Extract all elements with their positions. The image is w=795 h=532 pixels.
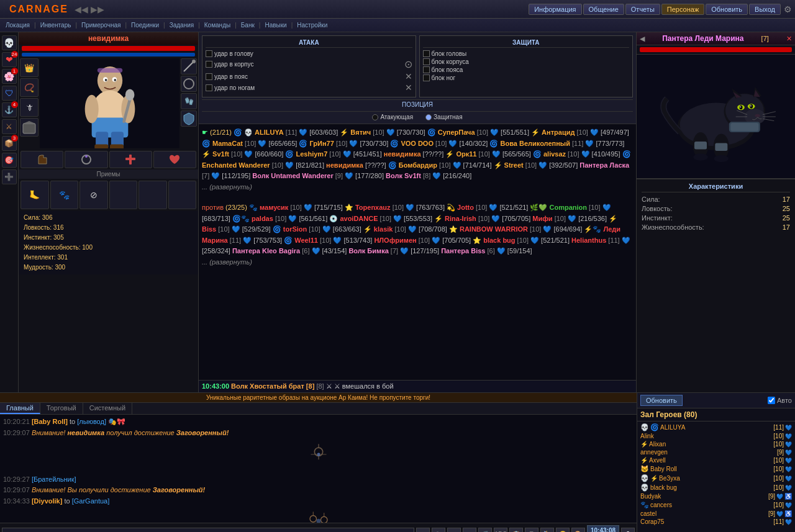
- hero-item-budyak[interactable]: Budyak [9] 💙 ♿: [638, 492, 794, 500]
- player-sv1ft[interactable]: Sv1ft: [212, 150, 229, 158]
- position-defense-radio[interactable]: [425, 114, 432, 120]
- position-attack-radio[interactable]: [372, 114, 378, 120]
- player-vyach[interactable]: Вятич: [350, 128, 371, 136]
- side-icon-7[interactable]: 📦 3: [2, 136, 17, 151]
- expand-against-btn[interactable]: ... (развернуть): [202, 257, 633, 268]
- hero-item-annevgen[interactable]: annevgen [9] 💙: [638, 448, 794, 456]
- player-weel[interactable]: Weel11: [294, 237, 318, 244]
- side-icon-9[interactable]: ➕: [2, 169, 17, 184]
- hero-item-alink[interactable]: Alink [10] 💙: [638, 432, 794, 440]
- hero-item-alixan[interactable]: ⚡ Alixan [10] 💙: [638, 440, 794, 448]
- nav-settings[interactable]: Настройки: [294, 22, 330, 29]
- player-mamacat[interactable]: MamaCat: [212, 140, 243, 147]
- heroes-auto-checkbox[interactable]: [768, 397, 775, 404]
- defense-waist-checkbox[interactable]: [423, 66, 430, 73]
- side-icon-1[interactable]: 💀: [2, 35, 17, 50]
- attack-waist-checkbox[interactable]: [206, 73, 212, 80]
- player-superpach[interactable]: СуперПача: [438, 128, 475, 136]
- chat-send-icon[interactable]: ✈: [416, 528, 430, 532]
- player-pan-biss[interactable]: Пантера Biss: [441, 247, 485, 255]
- side-icon-8[interactable]: 🎯: [2, 153, 17, 168]
- priemy-slot-1[interactable]: 🦶: [20, 181, 49, 209]
- player-rina[interactable]: Rina-Irish: [445, 215, 476, 222]
- side-icon-3[interactable]: 🌸 1: [2, 69, 17, 84]
- hero-item-cancers[interactable]: 🐾 cancers [10] 💙: [638, 500, 794, 510]
- player-wolf-sv[interactable]: Волк Sv1ft: [386, 172, 421, 179]
- side-icon-6[interactable]: ⚔: [2, 119, 17, 134]
- player-rainbow[interactable]: RAINBOW WARRIOR: [460, 225, 528, 233]
- equip-slot-b3[interactable]: [109, 151, 152, 168]
- player-grin[interactable]: ГрИн77: [310, 140, 334, 147]
- nav-tasks[interactable]: Задания: [167, 22, 197, 29]
- equip-slot-neck[interactable]: 📿: [20, 78, 39, 97]
- attack-head-checkbox[interactable]: [206, 50, 212, 57]
- nav-update[interactable]: Обновить: [706, 4, 748, 15]
- priemy-slot-4[interactable]: [109, 181, 138, 209]
- nav-teams[interactable]: Команды: [202, 22, 233, 29]
- chat-input[interactable]: [2, 528, 414, 532]
- nav-reports[interactable]: Отчеты: [625, 4, 660, 15]
- chat-channel-3[interactable]: [Братейльник]: [32, 476, 76, 483]
- player-kleo[interactable]: Пантера Kleo Bagira: [232, 247, 300, 255]
- hero-item-babyroll[interactable]: 🐱 Baby Roll [10] 💙: [638, 464, 794, 474]
- player-antrats[interactable]: Антрацид: [542, 128, 575, 136]
- player-top[interactable]: Topenxauz: [355, 204, 391, 211]
- position-defense[interactable]: Защитная: [425, 114, 463, 120]
- hero-item-bezuha[interactable]: 💀 ⚡ ВеЗуха [10] 💙: [638, 474, 794, 483]
- equip-slot-b2[interactable]: [65, 151, 107, 168]
- player-vova[interactable]: Вова Великолепный: [501, 140, 570, 147]
- hero-item-corap[interactable]: Corap75 [11] 💙: [638, 518, 794, 526]
- defense-body-checkbox[interactable]: [423, 58, 430, 65]
- player-enchanted[interactable]: Enchanted Wanderer: [202, 161, 270, 169]
- nav-location[interactable]: Локация: [3, 22, 32, 29]
- priemy-slot-6[interactable]: [168, 181, 197, 209]
- expand-group-btn[interactable]: ... (развернуть): [202, 182, 633, 192]
- battle-event[interactable]: Волк Хвостатый брат [8]: [231, 382, 314, 390]
- player-mifi[interactable]: Мифи: [532, 215, 552, 222]
- player-wolf-bimka[interactable]: Волк Бимка: [348, 247, 388, 255]
- priemy-slot-5[interactable]: [139, 181, 167, 209]
- player-ork[interactable]: Орк11: [456, 150, 476, 158]
- defense-head-checkbox[interactable]: [423, 50, 430, 57]
- nav-social[interactable]: Общение: [583, 4, 624, 15]
- nav-skills[interactable]: Навыки: [262, 22, 289, 29]
- equip-slot-armor[interactable]: [20, 118, 39, 137]
- priemy-slot-3[interactable]: ⊘: [80, 181, 108, 209]
- side-icon-4[interactable]: 🛡: [2, 86, 17, 101]
- chat-icon-2[interactable]: ⚔: [447, 528, 461, 532]
- heroes-update-button[interactable]: Обновить: [640, 395, 683, 406]
- nav-duels[interactable]: Поединки: [129, 22, 161, 29]
- nav-info[interactable]: Информация: [529, 4, 581, 15]
- player-companion[interactable]: Companion: [550, 204, 588, 211]
- chat-icon-1[interactable]: 🗺: [432, 528, 445, 532]
- hero-item-aliluya[interactable]: 💀 🌀 ALILUYA [11] 💙: [638, 423, 794, 432]
- chat-sender-5[interactable]: [Diyvolik]: [32, 497, 63, 505]
- player-avoi[interactable]: avoiDANCE: [340, 215, 378, 222]
- player-heli[interactable]: Helianthus: [571, 237, 606, 244]
- nav-inventory[interactable]: Инвентарь: [38, 22, 74, 29]
- chat-icon-9[interactable]: 😊: [556, 528, 570, 532]
- player-voodoo[interactable]: VOO DOO: [401, 140, 434, 147]
- attack-legs-checkbox[interactable]: [206, 84, 212, 91]
- player-torsion[interactable]: torSion: [283, 225, 307, 233]
- player-jotto[interactable]: Jotto: [457, 204, 474, 211]
- chat-tab-system[interactable]: Системный: [83, 403, 132, 414]
- player-mamusk[interactable]: мамусик: [260, 204, 288, 211]
- player-lesh[interactable]: Leshiym7: [296, 150, 328, 158]
- equip-slot-head[interactable]: 👑: [20, 58, 39, 77]
- chat-icon-4[interactable]: 🎵: [478, 528, 492, 532]
- hero-item-axvell[interactable]: ⚡ Axvell [10] 💙: [638, 456, 794, 464]
- chat-channel-5[interactable]: [GarGantua]: [72, 497, 110, 505]
- side-icon-5[interactable]: ⚓ 4: [2, 102, 17, 117]
- nav-character[interactable]: Персонаж: [661, 4, 704, 15]
- player-aliluya[interactable]: ALILUYA: [255, 128, 284, 136]
- chat-tab-main[interactable]: Главный: [0, 403, 40, 414]
- player-alivsaz[interactable]: alivsaz: [543, 150, 566, 158]
- player-blackbug[interactable]: black bug: [483, 237, 515, 244]
- attack-body-checkbox[interactable]: [206, 61, 212, 68]
- chat-icon-10[interactable]: 🎨: [571, 528, 585, 532]
- equip-slot-r2[interactable]: [181, 76, 197, 92]
- player-street[interactable]: Street: [504, 161, 524, 169]
- player-paldas[interactable]: paldas: [252, 215, 273, 222]
- chat-icon-3[interactable]: ✉: [463, 528, 476, 532]
